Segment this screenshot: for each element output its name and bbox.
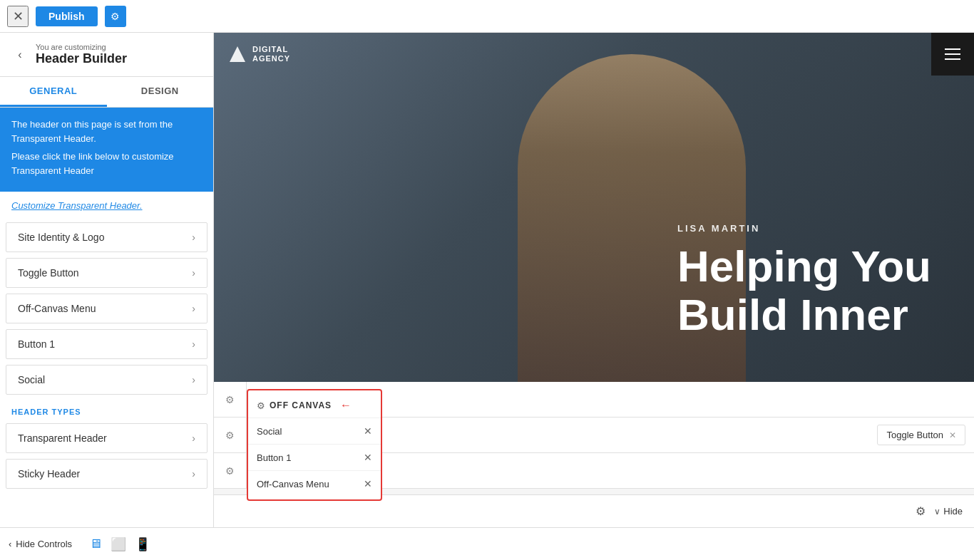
offcanvas-item-close[interactable]: ✕ (364, 425, 372, 437)
menu-item-label: Social (18, 374, 45, 385)
builder-cell-toggle-button[interactable]: Toggle Button ✕ (877, 425, 965, 445)
chevron-icon: › (192, 374, 195, 385)
builder-row-3-gear[interactable]: ⚙ (214, 453, 247, 488)
menu-item-label: Transparent Header (18, 432, 107, 444)
offcanvas-item-label: Button 1 (257, 452, 291, 463)
chevron-icon: › (192, 267, 195, 279)
menu-item-transparent-header[interactable]: Transparent Header › (6, 423, 207, 453)
sidebar-header: ‹ You are customizing Header Builder (0, 33, 213, 77)
sidebar-title-block: You are customizing Header Builder (36, 43, 127, 66)
hero-text: LISA MARTIN Helping You Build Inner (677, 223, 931, 339)
info-line2: Please click the link below to customize… (11, 150, 202, 177)
close-button[interactable]: ✕ (7, 6, 29, 27)
preview-bottom-gear-icon[interactable]: ⚙ (916, 504, 926, 518)
menu-item-label: Site Identity & Logo (18, 232, 104, 243)
logo-text: DIGITAL AGENCY (252, 45, 290, 63)
hero-name: LISA MARTIN (677, 223, 931, 234)
menu-item-social[interactable]: Social › (6, 365, 207, 395)
menu-item-label: Sticky Header (18, 468, 80, 479)
builder-row-1-gear[interactable]: ⚙ (214, 382, 247, 417)
tablet-icon[interactable]: ⬜ (111, 536, 126, 552)
hero-section: DIGITAL AGENCY LISA MARTIN (214, 33, 974, 382)
left-arrow-icon: ‹ (9, 539, 11, 549)
offcanvas-item-close[interactable]: ✕ (364, 452, 372, 463)
back-arrow-button[interactable]: ‹ (11, 46, 29, 63)
cell-close-icon[interactable]: ✕ (949, 430, 956, 440)
logo-area: DIGITAL AGENCY (228, 45, 290, 63)
offcanvas-title: OFF CANVAS (270, 400, 332, 410)
hide-link[interactable]: ∨ Hide (934, 506, 963, 517)
offcanvas-header: ⚙ OFF CANVAS ← (248, 393, 381, 418)
offcanvas-item-label: Off-Canvas Menu (257, 479, 329, 489)
info-line1: The header on this page is set from the … (11, 118, 202, 145)
offcanvas-gear-icon: ⚙ (257, 400, 265, 411)
header-types-section-header: HEADER TYPES (0, 398, 213, 420)
builder-area: ⚙ ⚙ OFF CANVAS ← Social ✕ (214, 382, 974, 527)
preview-area: DIGITAL AGENCY LISA MARTIN (214, 33, 974, 527)
hamburger-button[interactable] (931, 33, 974, 76)
sidebar: ‹ You are customizing Header Builder GEN… (0, 33, 214, 527)
menu-item-label: Off-Canvas Menu (18, 303, 96, 314)
logo-icon (228, 45, 247, 63)
offcanvas-arrow-icon: ← (340, 399, 352, 412)
offcanvas-item-offcanvas-menu[interactable]: Off-Canvas Menu ✕ (248, 471, 381, 497)
publish-button[interactable]: Publish (36, 6, 98, 26)
offcanvas-panel: ⚙ OFF CANVAS ← Social ✕ Button 1 ✕ (247, 389, 382, 501)
tab-design[interactable]: DESIGN (107, 77, 214, 107)
hero-heading: Helping You Build Inner (677, 242, 931, 339)
menu-item-label: Button 1 (18, 338, 55, 350)
cell-label: Toggle Button (886, 430, 943, 440)
chevron-icon: › (192, 303, 195, 314)
customize-transparent-header-link[interactable]: Customize Transparent Header. (0, 192, 213, 219)
chevron-icon: › (192, 338, 195, 350)
hide-chevron-icon: ∨ (934, 507, 940, 517)
hamburger-icon (945, 48, 960, 60)
menu-item-label: Toggle Button (18, 267, 79, 279)
tab-general[interactable]: GENERAL (0, 77, 107, 107)
mobile-icon[interactable]: 📱 (135, 536, 150, 552)
hide-controls-label: Hide Controls (16, 539, 72, 549)
svg-marker-0 (230, 46, 245, 62)
page-title: Header Builder (36, 51, 127, 66)
chevron-icon: › (192, 232, 195, 243)
menu-item-toggle-button[interactable]: Toggle Button › (6, 258, 207, 288)
topbar-gear-button[interactable]: ⚙ (105, 6, 126, 27)
desktop-icon[interactable]: 🖥 (89, 536, 102, 552)
hide-label: Hide (943, 506, 963, 517)
tabs-container: GENERAL DESIGN (0, 77, 213, 108)
menu-item-button1[interactable]: Button 1 › (6, 329, 207, 359)
offcanvas-item-close[interactable]: ✕ (364, 478, 372, 489)
builder-row-1: ⚙ ⚙ OFF CANVAS ← Social ✕ (214, 382, 974, 418)
offcanvas-item-button1[interactable]: Button 1 ✕ (248, 445, 381, 471)
menu-item-sticky-header[interactable]: Sticky Header › (6, 459, 207, 489)
builder-row-2-gear[interactable]: ⚙ (214, 418, 247, 452)
device-icons: 🖥 ⬜ 📱 (89, 536, 150, 552)
menu-item-site-identity[interactable]: Site Identity & Logo › (6, 222, 207, 252)
hide-controls-button[interactable]: ‹ Hide Controls (9, 539, 72, 549)
info-box: The header on this page is set from the … (0, 108, 213, 192)
offcanvas-item-social[interactable]: Social ✕ (248, 418, 381, 445)
main-layout: ‹ You are customizing Header Builder GEN… (0, 33, 974, 527)
chevron-icon: › (192, 432, 195, 444)
chevron-icon: › (192, 468, 195, 479)
bottom-bar: ‹ Hide Controls 🖥 ⬜ 📱 (0, 527, 974, 560)
top-bar: ✕ Publish ⚙ (0, 0, 974, 33)
menu-item-off-canvas[interactable]: Off-Canvas Menu › (6, 294, 207, 323)
offcanvas-item-label: Social (257, 426, 282, 437)
customizing-label: You are customizing (36, 43, 127, 51)
preview-header: DIGITAL AGENCY (214, 33, 974, 76)
